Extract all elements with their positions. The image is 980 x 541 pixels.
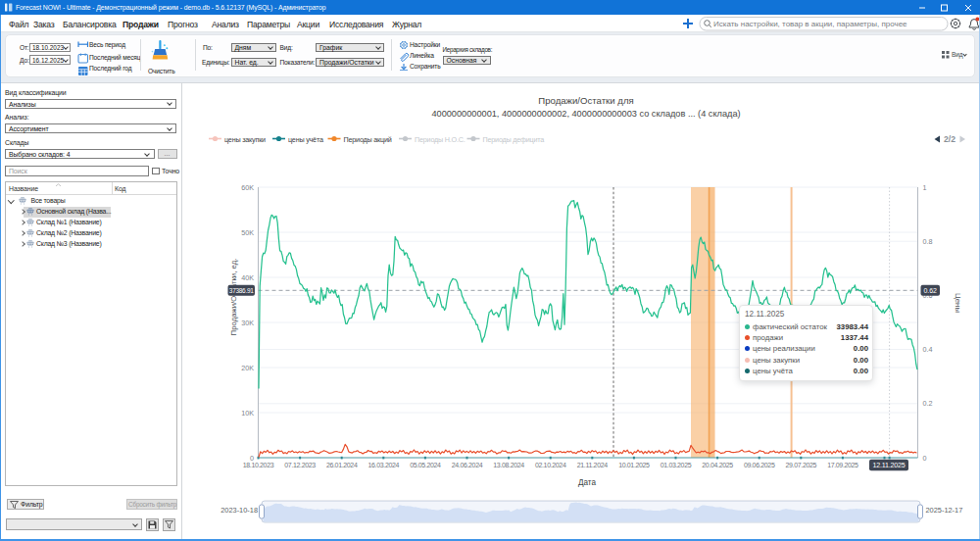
svg-text:05.05.2024: 05.05.2024 [410, 462, 441, 468]
svg-text:26.01.2024: 26.01.2024 [326, 462, 358, 468]
svg-text:10K: 10K [241, 409, 254, 418]
svg-text:10.01.2025: 10.01.2025 [618, 462, 650, 468]
svg-text:0: 0 [923, 454, 927, 463]
svg-text:20K: 20K [241, 364, 254, 372]
svg-text:0.2: 0.2 [923, 399, 933, 408]
svg-text:цены учёта: цены учёта [288, 135, 323, 144]
svg-text:Цены: Цены [954, 293, 962, 313]
svg-text:60K: 60K [241, 183, 254, 192]
svg-text:01.03.2025: 01.03.2025 [661, 462, 692, 468]
svg-text:Дата: Дата [578, 478, 597, 487]
svg-text:Продажи/Остатки для: Продажи/Остатки для [538, 95, 633, 106]
svg-text:50K: 50K [241, 228, 254, 237]
svg-text:29.07.2025: 29.07.2025 [786, 462, 817, 468]
svg-text:1: 1 [923, 183, 927, 192]
svg-text:20.04.2025: 20.04.2025 [702, 462, 733, 468]
svg-text:2025-12-17: 2025-12-17 [926, 506, 963, 515]
svg-text:13.08.2024: 13.08.2024 [493, 462, 524, 468]
svg-text:0.62: 0.62 [923, 287, 937, 294]
svg-text:Периоды Н.О.С.: Периоды Н.О.С. [415, 135, 466, 144]
svg-text:Продажи/Остатки, ед.: Продажи/Остатки, ед. [229, 259, 238, 336]
svg-text:2/2: 2/2 [944, 134, 956, 144]
svg-text:4000000000001, 4000000000002,: 4000000000001, 4000000000002, 4000000000… [431, 109, 740, 119]
svg-text:17.09.2025: 17.09.2025 [827, 462, 858, 468]
svg-text:12.11.2025: 12.11.2025 [873, 462, 906, 469]
svg-text:02.10.2024: 02.10.2024 [535, 462, 566, 468]
svg-text:30K: 30K [241, 319, 254, 327]
svg-text:0.4: 0.4 [923, 345, 933, 354]
svg-text:Периоды дефицита: Периоды дефицита [483, 135, 545, 144]
svg-text:0.8: 0.8 [923, 237, 933, 246]
svg-text:21.11.2024: 21.11.2024 [577, 462, 608, 468]
svg-text:цены закупки: цены закупки [224, 135, 266, 144]
svg-text:18.10.2023: 18.10.2023 [243, 462, 274, 468]
svg-text:2023-10-18: 2023-10-18 [220, 506, 258, 515]
svg-text:24.06.2024: 24.06.2024 [452, 462, 483, 468]
svg-text:07.12.2023: 07.12.2023 [284, 462, 316, 468]
svg-text:16.03.2024: 16.03.2024 [368, 462, 400, 468]
svg-text:40K: 40K [241, 273, 254, 282]
svg-text:Периоды акций: Периоды акций [344, 135, 392, 144]
svg-text:09.06.2025: 09.06.2025 [744, 462, 775, 468]
svg-text:37386.91: 37386.91 [229, 287, 254, 294]
